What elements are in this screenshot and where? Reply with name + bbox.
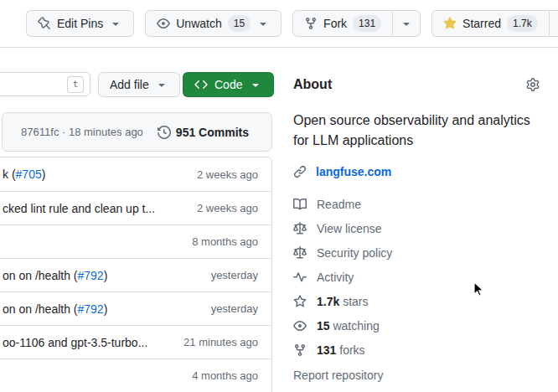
commit-message-text: on on /health ( — [3, 269, 78, 282]
chevron-down-icon — [155, 78, 168, 91]
watching-label: 15 watching — [317, 319, 380, 333]
commit-date: 4 months ago — [192, 369, 258, 382]
commit-message-link[interactable]: k (#705) — [3, 168, 45, 181]
commit-message-text: ) — [42, 168, 46, 181]
table-row: cked lint rule and clean up t... 2 weeks… — [0, 191, 271, 224]
code-button[interactable]: Code — [183, 72, 274, 97]
repo-main: t Add file Code 87611fc · 18 minutes ago… — [0, 48, 558, 392]
stars-link[interactable]: 1.7k stars — [293, 292, 558, 310]
star-dropdown-button[interactable] — [549, 10, 558, 37]
watching-link[interactable]: 15 watching — [293, 317, 558, 334]
forks-count-badge: 131 — [353, 15, 381, 32]
commit-date: 21 minutes ago — [183, 336, 258, 348]
stars-label: 1.7k stars — [317, 295, 368, 308]
star-button-group: Starred 1.7k — [431, 10, 558, 37]
link-icon — [293, 165, 307, 178]
activity-label: Activity — [317, 271, 354, 284]
commit-message-text: cked lint rule and clean up t... — [3, 202, 155, 215]
edit-pins-button[interactable]: Edit Pins — [26, 10, 134, 37]
add-file-label: Add file — [110, 78, 149, 91]
table-row: 8 months ago — [0, 224, 271, 258]
issue-link[interactable]: #792 — [78, 269, 104, 282]
watchers-count-badge: 15 — [228, 15, 251, 32]
commit-date: 8 months ago — [192, 235, 258, 248]
table-row: on on /health (#792) yesterday — [0, 258, 271, 291]
star-icon — [443, 17, 457, 30]
latest-commit-bar: 87611fc · 18 minutes ago 951 Commits — [2, 112, 272, 152]
go-to-file-input[interactable] — [0, 73, 67, 95]
commit-message-text: ) — [104, 269, 108, 282]
website-row: langfuse.com — [293, 165, 558, 178]
forks-link[interactable]: 131 forks — [293, 341, 558, 358]
fork-icon — [293, 343, 307, 357]
code-label: Code — [214, 78, 242, 91]
issue-link[interactable]: #792 — [78, 302, 104, 316]
eye-icon — [157, 17, 170, 30]
about-links: Readme View license Security policy Acti… — [293, 195, 558, 382]
issue-link[interactable]: #705 — [16, 168, 42, 181]
commit-message-link[interactable]: oo-1106 and gpt-3.5-turbo... — [3, 336, 147, 349]
repo-description: Open source observability and analytics … — [293, 111, 545, 151]
code-icon — [194, 78, 208, 91]
keyboard-shortcut-hint: t — [67, 76, 84, 93]
about-title: About — [293, 77, 332, 92]
commit-message-link[interactable]: on on /health (#792) — [3, 302, 107, 316]
commit-message-link[interactable]: on on /health (#792) — [3, 269, 107, 282]
commits-count: 951 Commits — [176, 126, 249, 139]
starred-button[interactable]: Starred 1.7k — [431, 10, 549, 37]
view-license-link[interactable]: View license — [293, 219, 558, 237]
gear-icon[interactable] — [526, 78, 540, 91]
law-icon — [293, 246, 307, 260]
activity-link[interactable]: Activity — [293, 268, 558, 286]
commit-message-text: k ( — [3, 168, 16, 181]
files-column: t Add file Code 87611fc · 18 minutes ago… — [0, 48, 272, 392]
starred-label: Starred — [462, 17, 501, 30]
table-row: on on /health (#792) yesterday — [0, 291, 271, 325]
pulse-icon — [293, 271, 307, 284]
table-row: 4 months ago — [0, 358, 271, 392]
pin-icon — [38, 17, 51, 30]
fork-dropdown-button[interactable] — [392, 10, 421, 37]
book-icon — [293, 198, 307, 211]
history-icon — [158, 126, 171, 139]
forks-label: 131 forks — [317, 343, 365, 357]
report-repository-link[interactable]: Report repository — [293, 369, 558, 382]
commit-history-link[interactable]: 951 Commits — [158, 126, 249, 139]
about-sidebar: About Open source observability and anal… — [293, 48, 558, 382]
readme-label: Readme — [317, 198, 361, 211]
commit-date: 2 weeks ago — [197, 168, 258, 181]
commit-message-text: on on /health ( — [3, 302, 78, 316]
chevron-down-icon — [256, 17, 270, 30]
chevron-down-icon — [109, 17, 122, 30]
table-row: oo-1106 and gpt-3.5-turbo... 21 minutes … — [0, 325, 271, 358]
edit-pins-label: Edit Pins — [57, 17, 103, 30]
fork-button-group: Fork 131 — [292, 10, 421, 37]
star-icon — [293, 295, 307, 308]
unwatch-label: Unwatch — [176, 17, 221, 30]
stars-count-badge: 1.7k — [507, 15, 538, 32]
commit-date: 2 weeks ago — [197, 202, 258, 214]
file-toolbar: t Add file Code — [0, 72, 272, 97]
commit-date: yesterday — [211, 269, 258, 281]
commit-hash-and-time[interactable]: 87611fc · 18 minutes ago — [21, 126, 143, 138]
fork-button[interactable]: Fork 131 — [292, 10, 392, 37]
unwatch-button[interactable]: Unwatch 15 — [145, 10, 282, 37]
commit-date: yesterday — [211, 302, 258, 315]
view-license-label: View license — [317, 222, 382, 235]
chevron-down-icon — [249, 78, 262, 91]
readme-link[interactable]: Readme — [293, 195, 558, 213]
repo-action-bar: Edit Pins Unwatch 15 Fork 131 Starred 1.… — [0, 0, 558, 48]
website-link[interactable]: langfuse.com — [316, 165, 391, 178]
file-table: k (#705) 2 weeks ago cked lint rule and … — [0, 157, 272, 392]
law-icon — [293, 222, 307, 235]
go-to-file-box: t — [0, 72, 90, 96]
add-file-button[interactable]: Add file — [98, 72, 180, 97]
security-policy-label: Security policy — [317, 246, 392, 260]
commit-message-text: ) — [104, 302, 108, 316]
eye-icon — [293, 319, 307, 333]
about-header: About — [293, 77, 558, 92]
fork-label: Fork — [323, 17, 347, 30]
commit-message-link[interactable]: cked lint rule and clean up t... — [3, 202, 155, 215]
security-policy-link[interactable]: Security policy — [293, 244, 558, 261]
chevron-down-icon — [400, 17, 413, 30]
